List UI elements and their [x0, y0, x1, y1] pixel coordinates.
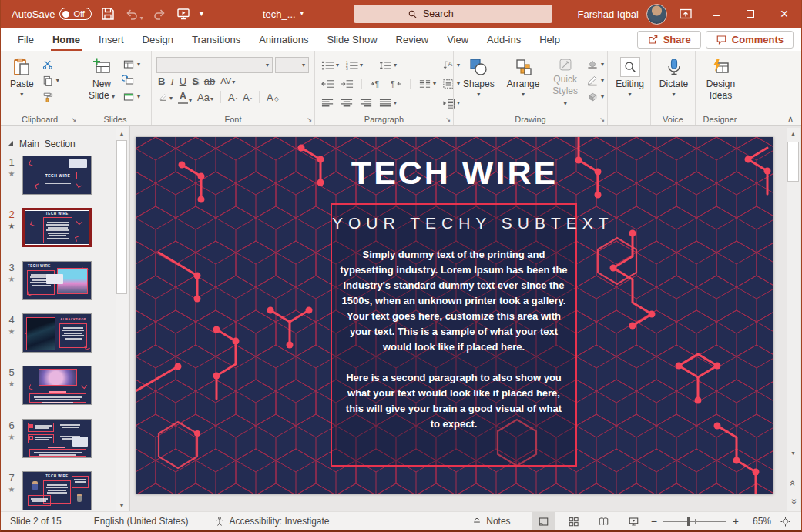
strikethrough-button[interactable]: ab: [204, 76, 215, 86]
tab-file[interactable]: File: [8, 28, 43, 51]
drawing-dialog-launcher[interactable]: ↘: [599, 116, 605, 123]
scroll-up-icon[interactable]: ▲: [787, 128, 800, 139]
tab-animations[interactable]: Animations: [250, 28, 317, 51]
fit-to-window-button[interactable]: [774, 512, 797, 530]
font-color-button[interactable]: A▾: [178, 91, 192, 104]
autosave-toggle[interactable]: AutoSave Off: [12, 8, 92, 20]
zoom-level[interactable]: 65%: [745, 516, 771, 527]
customize-toolbar-icon[interactable]: ▾: [200, 9, 203, 19]
slide-content-box[interactable]: YOUR TECHY SUBTEXT Simply dummy text of …: [331, 203, 577, 467]
normal-view-button[interactable]: [532, 512, 555, 530]
cut-button[interactable]: [42, 59, 59, 71]
previous-slide-button[interactable]: «: [787, 474, 800, 491]
notes-toggle[interactable]: Notes: [462, 512, 519, 530]
share-button[interactable]: Share: [637, 31, 701, 49]
thumbnail-slide-7[interactable]: 7★ TECH WIRE: [1, 471, 115, 510]
tab-insert[interactable]: Insert: [89, 28, 133, 51]
document-title[interactable]: tech_...▾: [263, 0, 304, 28]
numbering-button[interactable]: ▾: [345, 60, 363, 71]
shapes-button[interactable]: Shapes▾: [458, 54, 499, 112]
zoom-in-button[interactable]: +: [733, 515, 739, 527]
thumbnail-slide-3[interactable]: 3★ TECH WIRE: [1, 261, 115, 300]
font-dialog-launcher[interactable]: ↘: [307, 116, 312, 123]
copy-button[interactable]: ▾: [42, 75, 59, 87]
quick-styles-button[interactable]: QuickStyles ▾: [547, 54, 583, 112]
tab-design[interactable]: Design: [133, 28, 183, 51]
tab-slideshow[interactable]: Slide Show: [317, 28, 386, 51]
avatar[interactable]: [646, 4, 667, 25]
slide-title-text[interactable]: TECH WIRE: [136, 154, 773, 192]
new-slide-button[interactable]: NewSlide ▾: [84, 54, 119, 112]
text-shadow-button[interactable]: S: [192, 76, 199, 86]
zoom-slider[interactable]: [663, 521, 726, 522]
align-right-button[interactable]: [360, 98, 373, 109]
scroll-down-icon[interactable]: ▼: [787, 447, 800, 459]
thumbnail-slide-4[interactable]: 4★ AI BACKDROP: [1, 313, 115, 353]
paragraph-dialog-launcher[interactable]: ↘: [445, 116, 451, 123]
font-size-select[interactable]: ▾: [275, 57, 309, 73]
design-ideas-button[interactable]: DesignIdeas: [702, 54, 740, 112]
shrink-font-button[interactable]: Aˇ: [243, 92, 252, 102]
slide-sorter-view-button[interactable]: [562, 512, 585, 530]
search-input[interactable]: Search: [354, 5, 552, 23]
italic-button[interactable]: I: [170, 76, 173, 86]
increase-indent-button[interactable]: [341, 79, 354, 89]
clipboard-dialog-launcher[interactable]: ↘: [71, 116, 76, 123]
thumbnail-slide-2-selected[interactable]: 2★ TECH WIRE: [1, 208, 115, 247]
tab-transitions[interactable]: Transitions: [183, 28, 250, 51]
slide-scrollbar[interactable]: ▲ ▼ « «: [787, 128, 800, 511]
slide-indicator[interactable]: Slide 2 of 15: [1, 512, 71, 530]
format-painter-button[interactable]: [42, 91, 59, 103]
tab-home[interactable]: Home: [43, 28, 89, 51]
redo-icon[interactable]: [152, 6, 167, 22]
align-left-button[interactable]: [321, 98, 334, 109]
user-name[interactable]: Farshad Iqbal: [578, 8, 639, 20]
line-spacing-button[interactable]: ▾: [379, 60, 397, 71]
slide-scroll-thumb[interactable]: [787, 142, 799, 182]
character-spacing-button[interactable]: AV▾: [220, 77, 235, 85]
change-case-button[interactable]: Aa▾: [197, 92, 213, 102]
clear-formatting-button[interactable]: A◇: [267, 92, 279, 102]
decrease-indent-button[interactable]: [321, 79, 334, 89]
reading-view-button[interactable]: [592, 512, 615, 530]
thumbnail-scrollbar[interactable]: ▲ ▼: [116, 128, 128, 511]
slide-canvas[interactable]: TECH WIRE YOUR TECHY SUBTEXT Simply dumm…: [136, 137, 773, 494]
maximize-button[interactable]: [733, 0, 767, 28]
tab-addins[interactable]: Add-ins: [478, 28, 530, 51]
slide-paragraph-2[interactable]: Here is a second paragraph to also show …: [340, 370, 568, 432]
highlight-color-button[interactable]: ▾: [158, 93, 173, 102]
columns-button[interactable]: ▾: [418, 79, 436, 89]
comments-button[interactable]: Comments: [706, 31, 794, 49]
bullets-button[interactable]: ▾: [321, 60, 339, 71]
grow-font-button[interactable]: Aˆ: [228, 92, 237, 102]
section-header[interactable]: Main_Section: [1, 126, 129, 154]
tab-help[interactable]: Help: [530, 28, 569, 51]
slide-paragraph-1[interactable]: Simply dummy text of the printing and ty…: [340, 247, 568, 355]
language-indicator[interactable]: English (United States): [85, 512, 198, 530]
undo-dropdown-icon[interactable]: ▾: [140, 15, 143, 22]
align-center-button[interactable]: [341, 98, 354, 109]
shape-outline-button[interactable]: ▾: [586, 75, 604, 87]
minimize-button[interactable]: –: [700, 0, 733, 28]
zoom-slider-thumb[interactable]: [687, 517, 690, 526]
arrange-button[interactable]: Arrange▾: [502, 54, 545, 112]
tab-view[interactable]: View: [438, 28, 478, 51]
scroll-down-icon[interactable]: ▼: [116, 500, 128, 511]
rtl-direction-button[interactable]: [389, 79, 402, 89]
thumbnail-slide-5[interactable]: 5★: [1, 366, 115, 405]
thumbnail-slide-6[interactable]: 6★: [1, 419, 115, 458]
shape-effects-button[interactable]: ▾: [586, 91, 604, 103]
editing-button[interactable]: Editing▾: [611, 54, 649, 112]
font-name-select[interactable]: ▾: [156, 57, 273, 73]
ribbon-display-options-icon[interactable]: [678, 6, 693, 22]
collapse-ribbon-icon[interactable]: ∧: [787, 114, 794, 124]
shape-fill-button[interactable]: ▾: [586, 59, 604, 71]
slide-subtitle-text[interactable]: YOUR TECHY SUBTEXT: [332, 214, 575, 233]
bold-button[interactable]: B: [158, 76, 165, 86]
paste-button[interactable]: Paste▾: [5, 54, 39, 112]
thumbnail-scroll-thumb[interactable]: [116, 140, 127, 294]
underline-button[interactable]: U: [180, 76, 186, 86]
section-button[interactable]: ▾: [122, 91, 140, 103]
justify-button[interactable]: ▾: [379, 98, 397, 109]
accessibility-checker[interactable]: Accessibility: Investigate: [205, 512, 338, 530]
